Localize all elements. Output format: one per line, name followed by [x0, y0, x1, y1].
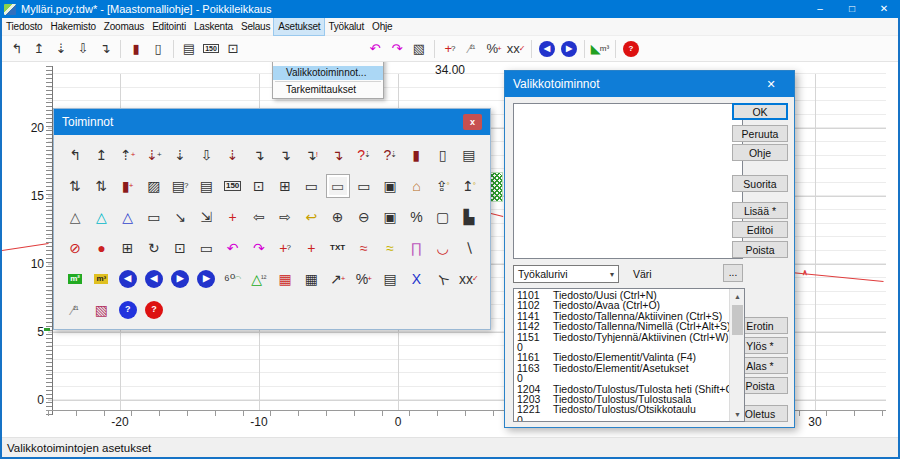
pan-left-icon[interactable]: ⇦ — [247, 205, 271, 229]
write-doc-icon[interactable]: ↴ — [247, 143, 271, 167]
slope-mark-icon[interactable]: ∖ — [457, 236, 481, 260]
query-save-icon[interactable]: ?⇣ — [352, 143, 376, 167]
clear-doc-icon[interactable]: ▯ — [148, 39, 168, 59]
save-as-icon[interactable]: ⇩ — [73, 39, 93, 59]
refresh-view-icon[interactable]: ↻ — [142, 236, 166, 260]
save-view-icon[interactable]: ⊡ — [168, 236, 192, 260]
menu-item-tarkemittaukset[interactable]: Tarkemittaukset — [273, 83, 383, 97]
command-list-item[interactable]: 0 — [514, 415, 729, 422]
undo-icon[interactable]: ↶ — [221, 236, 245, 260]
save-doc-icon[interactable]: ⇣ — [168, 143, 192, 167]
erase-line-icon[interactable]: ⊘ — [63, 236, 87, 260]
command-listbox[interactable]: 1101Tiedosto/Uusi (Ctrl+N)1102Tiedosto/A… — [513, 288, 745, 422]
dialog-button-ok[interactable]: OK — [732, 103, 788, 120]
print-icon[interactable]: ▤ — [179, 39, 199, 59]
menu-zoomaus[interactable]: Zoomaus — [100, 18, 148, 35]
exit-door-icon[interactable]: ⌂ — [404, 174, 428, 198]
menu-editointi[interactable]: Editointi — [148, 18, 190, 35]
first-section-icon[interactable]: ◀ — [119, 270, 137, 288]
last-section-icon[interactable]: ▶ — [197, 270, 215, 288]
add-point-icon[interactable]: + — [299, 236, 323, 260]
printer-icon[interactable]: ▤ — [194, 174, 218, 198]
menu-asetukset[interactable]: Asetukset — [274, 18, 324, 35]
redo-icon[interactable]: ↷ — [387, 39, 407, 59]
print-query-icon[interactable]: ▤? — [168, 174, 192, 198]
pan-right-icon[interactable]: ⇨ — [273, 205, 297, 229]
sheet-150-icon[interactable]: 150 — [221, 174, 245, 198]
scale-cube-icon[interactable]: % — [404, 205, 428, 229]
volume-m3-icon[interactable]: ◣m³ — [590, 39, 610, 59]
color-more-button[interactable]: ... — [723, 264, 743, 282]
draw-settings-icon[interactable]: ▧ — [89, 298, 113, 322]
maximize-button[interactable]: □ — [836, 0, 868, 18]
slope-hatch-red-icon[interactable]: △ — [89, 205, 113, 229]
table-panel-icon[interactable]: ▦ — [299, 267, 323, 291]
view-fit-icon[interactable]: ⇲ — [194, 205, 218, 229]
sheet-150-icon[interactable]: 150 — [201, 39, 221, 59]
command-list-item[interactable]: 1151Tiedosto/Tyhjennä/Aktiivinen (Ctrl+W… — [514, 332, 729, 342]
save-file-icon[interactable]: ⇣ — [51, 39, 71, 59]
listbox-scrollbar[interactable]: ▲ ▼ — [729, 289, 744, 421]
toiminnot-close-button[interactable]: x — [463, 114, 482, 130]
tile-windows-icon[interactable]: ⊞ — [116, 236, 140, 260]
volume-m3-icon[interactable]: m³ — [89, 267, 113, 291]
view-add-icon[interactable]: + — [221, 205, 245, 229]
measure-21-icon[interactable]: ∕²¹ — [462, 39, 482, 59]
menu-laskenta[interactable]: Laskenta — [190, 18, 237, 35]
measure-21-icon[interactable]: ∕²¹ — [63, 298, 87, 322]
book-icon[interactable]: ▮ — [404, 143, 428, 167]
plot-frame-icon[interactable]: ⊡ — [247, 174, 271, 198]
menu-selaus[interactable]: Selaus — [237, 18, 274, 35]
road-section-icon[interactable]: ∏ — [404, 236, 428, 260]
add-query-icon[interactable]: +? — [273, 236, 297, 260]
doc-query-icon[interactable]: ?⇣ — [378, 143, 402, 167]
help-blue-icon[interactable]: ? — [119, 301, 137, 319]
area-m2-icon[interactable]: m² — [63, 267, 87, 291]
wrench-icon[interactable]: Y — [431, 267, 455, 291]
target-combo[interactable]: Työkalurivi ▾ — [513, 265, 619, 283]
curve-60-icon[interactable]: ⁶⁰◠ — [221, 267, 245, 291]
command-list-item[interactable]: 1221Tiedosto/Tulostus/Otsikkotaulu — [514, 404, 729, 414]
menu-hakemisto[interactable]: Hakemisto — [46, 18, 99, 35]
crop-area-icon[interactable]: ▢ — [431, 205, 455, 229]
menu-item-valikkotoiminnot[interactable]: Valikkotoiminnot... — [273, 66, 383, 80]
prev-view-icon[interactable]: ◀ — [539, 41, 555, 57]
profile-lines-icon[interactable]: ≈ — [352, 236, 376, 260]
reload-doc-icon[interactable]: ⇅ — [63, 174, 87, 198]
close-button[interactable]: ✕ — [868, 0, 900, 18]
scrollbar-thumb[interactable] — [732, 305, 743, 335]
white-window-icon[interactable]: ▭ — [352, 174, 376, 198]
open-append-icon[interactable]: ↥ — [89, 143, 113, 167]
fit-view-icon[interactable]: ⊞ — [273, 174, 297, 198]
slope-hatch-blue-icon[interactable]: △ — [116, 205, 140, 229]
minimize-button[interactable]: – — [804, 0, 836, 18]
dialog-button-editoi[interactable]: Editoi — [732, 221, 788, 238]
dialog-button-peruuta[interactable]: Peruuta — [732, 125, 788, 142]
command-preview-pane[interactable] — [513, 103, 743, 259]
dialog-title-bar[interactable]: Valikkotoiminnot ✕ — [505, 71, 794, 97]
view-rect-icon[interactable]: ▭ — [142, 205, 166, 229]
triangle-12-icon[interactable]: △¹² — [247, 267, 271, 291]
axis-move-icon[interactable]: ↗+ — [326, 267, 350, 291]
notepad-icon[interactable]: ▤ — [378, 267, 402, 291]
plot-window-icon[interactable]: ⊡ — [223, 39, 243, 59]
dialog-button-ohje[interactable]: Ohje — [732, 144, 788, 161]
help-icon[interactable]: ? — [623, 41, 639, 57]
dialog-button-lisää[interactable]: Lisää * — [732, 202, 788, 219]
open-doc-icon[interactable]: ↰ — [63, 143, 87, 167]
zoom-prev-icon[interactable]: ▣ — [378, 205, 402, 229]
dialog-button-poista[interactable]: Poista — [732, 241, 788, 258]
zoom-in-icon[interactable]: ⊕ — [326, 205, 350, 229]
undo-icon[interactable]: ↶ — [365, 39, 385, 59]
slope-hatch-icon[interactable]: △ — [63, 205, 87, 229]
save-close-icon[interactable]: ↴ — [326, 143, 350, 167]
keyboard-draw-icon[interactable]: ▙ — [457, 205, 481, 229]
red-table-icon[interactable]: ▦ — [273, 267, 297, 291]
xyz-calc-icon[interactable]: %+ — [484, 39, 504, 59]
menu-ohje[interactable]: Ohje — [368, 18, 396, 35]
free-window-icon[interactable]: ▭ — [299, 174, 323, 198]
window-mode-icon[interactable]: ▭ — [326, 174, 350, 198]
single-view-icon[interactable]: ▭ — [194, 236, 218, 260]
add-query-icon[interactable]: +? — [440, 39, 460, 59]
dialog-button-suorita[interactable]: Suorita — [732, 175, 788, 192]
